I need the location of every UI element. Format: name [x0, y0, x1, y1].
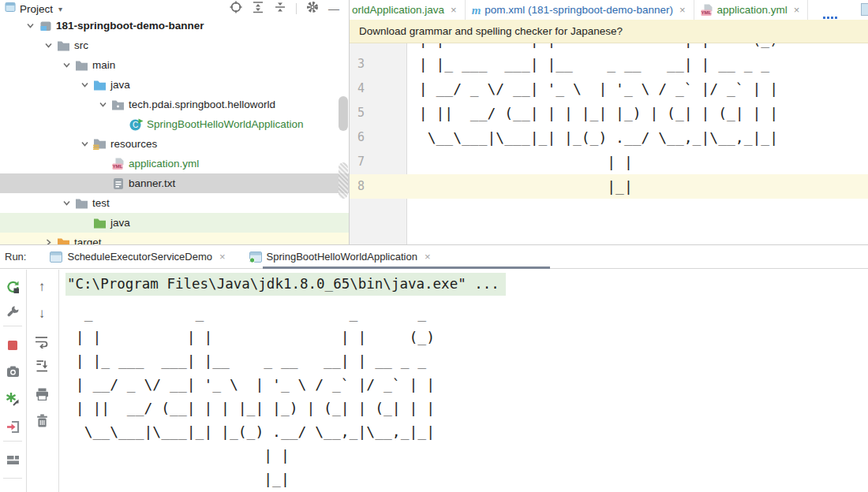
yaml-file-icon: YML: [110, 157, 125, 170]
editor-tab-label: application.yml: [717, 4, 788, 16]
editor-tab[interactable]: orldApplication.java×: [350, 0, 466, 20]
tree-item[interactable]: java: [0, 75, 349, 95]
soft-wrap-icon[interactable]: [33, 333, 51, 350]
stop-icon[interactable]: [4, 337, 21, 354]
notification-banner[interactable]: Download grammar and spelling checker fo…: [350, 20, 868, 43]
run-tab-bar: ScheduleExecutorServiceDemo×SpringBootHe…: [43, 245, 447, 268]
editor-tab[interactable]: mpom.xml (181-springboot-demo-banner)×: [466, 0, 694, 20]
tree-item[interactable]: CSpringBootHelloWorldApplication: [0, 114, 349, 134]
tree-item[interactable]: 181-springboot-demo-banner: [0, 16, 349, 35]
separator: [3, 478, 22, 479]
console-output: _ _ _ _ | | | | | | (_) | |_ ___ ___| |_…: [67, 302, 435, 491]
chevron-spacer: [96, 177, 109, 190]
text-file-icon: [110, 177, 125, 190]
tree-item[interactable]: YMLapplication.yml: [0, 154, 349, 173]
chevron-down-icon[interactable]: [96, 99, 109, 111]
tool-window-icon: [5, 2, 16, 16]
run-tab[interactable]: ScheduleExecutorServiceDemo×: [43, 245, 231, 268]
line-numbers: 12345678: [350, 20, 398, 199]
test-folder-icon: [92, 216, 107, 229]
line-number: 3: [350, 52, 398, 76]
tree-item-label: main: [92, 59, 115, 71]
tree-item[interactable]: java: [0, 213, 349, 233]
separator: [3, 441, 22, 442]
run-tab-selected[interactable]: SpringBootHelloWorldApplication×: [243, 245, 437, 268]
expand-all-icon[interactable]: [252, 1, 264, 17]
folder-icon: [74, 196, 89, 210]
folder-icon: [74, 58, 89, 72]
line-number: 4: [350, 76, 398, 101]
editor-area: orldApplication.java×mpom.xml (181-sprin…: [350, 0, 868, 244]
editor-tab-label: pom.xml (181-springboot-demo-banner): [485, 4, 673, 16]
scrollbar-thumb[interactable]: [339, 162, 348, 199]
svg-text:C: C: [132, 121, 137, 129]
run-tab-label: SpringBootHelloWorldApplication: [267, 251, 417, 263]
line-number: 8: [350, 174, 398, 199]
project-panel-title: Project: [20, 3, 53, 15]
chevron-spacer: [96, 158, 109, 170]
chevron-down-icon[interactable]: [60, 59, 73, 72]
selected-run-tab-underline: [263, 266, 550, 269]
tree-item-label: application.yml: [129, 158, 199, 170]
run-tab-label: ScheduleExecutorServiceDemo: [67, 251, 212, 263]
tree-item-label: resources: [110, 138, 157, 150]
pin-icon[interactable]: [4, 484, 21, 492]
up-stack-icon[interactable]: ↑: [33, 278, 51, 296]
scrollbar-thumb[interactable]: [339, 96, 348, 131]
svg-text:YML: YML: [112, 163, 122, 169]
settings-wrench-icon[interactable]: [4, 303, 21, 320]
editor-text[interactable]: _ _ _ _ | | | | | | (_) | |_ ___ ___| |_…: [410, 20, 778, 199]
run-header: Run: ScheduleExecutorServiceDemo×SpringB…: [0, 245, 868, 269]
partial-tab[interactable]: [861, 3, 868, 16]
caret-down-icon: ▾: [58, 5, 62, 13]
tree-item[interactable]: resources: [0, 134, 349, 154]
close-icon[interactable]: ×: [425, 251, 431, 263]
tree-item[interactable]: tech.pdai.springboot.helloworld: [0, 95, 349, 114]
clear-all-trash-icon[interactable]: [33, 412, 51, 429]
tree-item-label: java: [110, 217, 130, 229]
editor-body: 12345678 _ _ _ _ | | | | | | (_) | |_ __…: [350, 20, 868, 244]
close-icon[interactable]: ×: [794, 4, 800, 16]
source-folder-icon: [92, 78, 107, 91]
ide-window: Project ▾ — 181-springboot-demo-bannersr…: [0, 0, 868, 492]
chevron-down-icon[interactable]: [60, 197, 73, 210]
chevron-down-icon[interactable]: [42, 39, 54, 52]
tree-item[interactable]: banner.txt: [0, 173, 349, 193]
console-icon: [50, 252, 62, 263]
scroll-to-end-icon[interactable]: [33, 357, 51, 375]
project-panel-actions: —: [230, 1, 344, 17]
project-view-selector[interactable]: Project ▾: [5, 2, 62, 16]
line-number: 6: [350, 125, 398, 150]
tree-item-label: test: [92, 197, 110, 209]
close-icon[interactable]: ×: [219, 251, 226, 263]
print-icon[interactable]: [33, 386, 51, 403]
locate-file-icon[interactable]: [230, 1, 242, 17]
close-icon[interactable]: ×: [451, 4, 457, 16]
exit-icon[interactable]: [4, 418, 21, 435]
tree-item-label: banner.txt: [129, 177, 175, 189]
chevron-spacer: [78, 217, 91, 229]
chevron-right-icon[interactable]: [42, 237, 54, 245]
rerun-icon[interactable]: [4, 278, 21, 296]
thread-dump-camera-icon[interactable]: [4, 363, 21, 380]
collapse-all-icon[interactable]: [274, 1, 286, 17]
tree-item-label: target: [74, 237, 102, 244]
line-number: 5: [350, 101, 398, 125]
run-console[interactable]: "C:\Program Files\Java\jdk1.8.0_65\bin\j…: [59, 270, 868, 492]
chevron-down-icon[interactable]: [24, 20, 36, 32]
tree-item[interactable]: main: [0, 55, 349, 75]
notification-text: Download grammar and spelling checker fo…: [359, 25, 623, 37]
chevron-down-icon[interactable]: [78, 138, 91, 151]
chevron-down-icon[interactable]: [78, 79, 91, 91]
package-icon: [110, 98, 125, 111]
close-icon[interactable]: ×: [679, 4, 686, 16]
hide-panel-icon[interactable]: —: [328, 2, 339, 15]
restore-layout-icon[interactable]: [4, 451, 21, 468]
down-stack-icon[interactable]: ↓: [33, 305, 51, 322]
tree-item[interactable]: target: [0, 233, 349, 244]
gear-icon[interactable]: [306, 1, 319, 17]
coverage-icon[interactable]: [4, 390, 21, 408]
tree-item[interactable]: src: [0, 35, 349, 55]
tree-item[interactable]: test: [0, 193, 349, 213]
editor-tab[interactable]: YMLapplication.yml×: [694, 0, 809, 20]
